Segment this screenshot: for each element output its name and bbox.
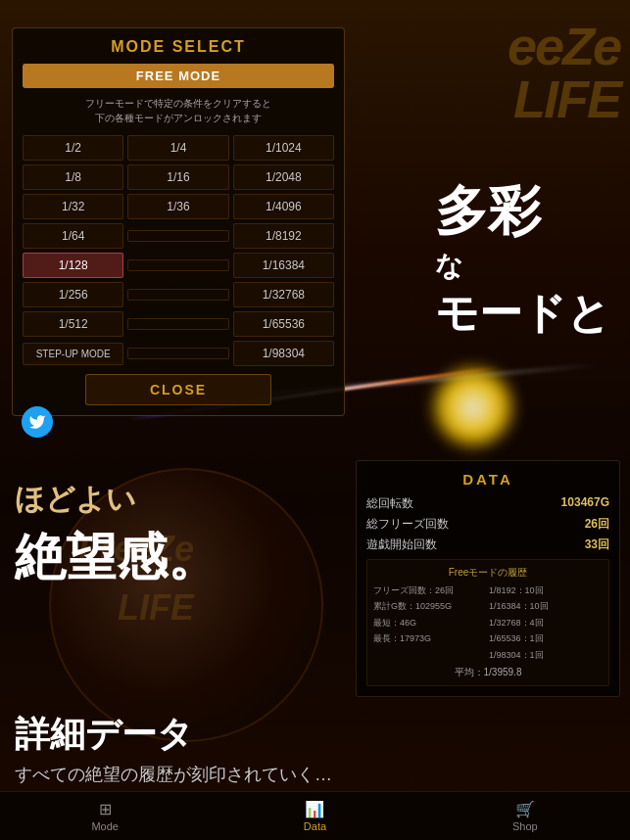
nav-label-shop: Shop bbox=[512, 820, 538, 832]
mode-row-1: 1/2 1/4 1/1024 bbox=[23, 135, 334, 161]
jp-overlay-right: 多彩な モードと bbox=[435, 176, 610, 343]
nav-item-shop[interactable]: 🛒 Shop bbox=[420, 794, 630, 838]
mode-cell-empty4 bbox=[127, 318, 228, 330]
mode-cell-16[interactable]: 1/16 bbox=[127, 164, 228, 190]
mode-cell-2048[interactable]: 1/2048 bbox=[233, 164, 334, 190]
mode-cell-64[interactable]: 1/64 bbox=[23, 223, 123, 249]
mode-cell-4096[interactable]: 1/4096 bbox=[233, 194, 334, 219]
bg-gold-text: eeZe LIFE bbox=[508, 20, 620, 125]
mode-row-2: 1/8 1/16 1/2048 bbox=[23, 164, 334, 190]
mode-cell-256[interactable]: 1/256 bbox=[23, 282, 123, 307]
mode-cell-32768[interactable]: 1/32768 bbox=[233, 282, 334, 307]
val-start-count: 33回 bbox=[585, 537, 609, 553]
val-freeze-count: 26回 bbox=[585, 516, 609, 533]
mode-cell-quarter[interactable]: 1/4 bbox=[127, 135, 228, 161]
mode-cell-half[interactable]: 1/2 bbox=[23, 135, 123, 161]
twitter-button[interactable] bbox=[22, 406, 53, 438]
history-item-3: 1/16384：10回 bbox=[489, 599, 603, 613]
data-row-freeze-count: 総フリーズ回数 26回 bbox=[366, 516, 609, 533]
jp-line1: 多彩 bbox=[435, 176, 610, 248]
freeze-watermark-2: LIFE bbox=[118, 587, 194, 629]
mode-icon: ⊞ bbox=[0, 800, 210, 818]
history-item-0: フリーズ回数：26回 bbox=[373, 583, 487, 597]
jp-left-line1: ほどよい bbox=[15, 480, 218, 520]
mode-cell-stepup[interactable]: STEP-UP MODE bbox=[23, 343, 123, 365]
mode-cell-empty2 bbox=[127, 259, 228, 271]
history-item-8 bbox=[373, 648, 487, 662]
history-grid: フリーズ回数：26回 1/8192：10回 累計G数：102955G 1/163… bbox=[373, 583, 603, 662]
mode-row-3: 1/32 1/36 1/4096 bbox=[23, 194, 334, 219]
history-item-9: 1/98304：1回 bbox=[489, 648, 603, 662]
mode-cell-512[interactable]: 1/512 bbox=[23, 311, 123, 337]
mode-cell-8192[interactable]: 1/8192 bbox=[233, 223, 334, 249]
history-item-1: 1/8192：10回 bbox=[489, 583, 603, 597]
mode-cell-98304[interactable]: 1/98304 bbox=[233, 341, 334, 366]
history-item-2: 累計G数：102955G bbox=[373, 599, 487, 613]
mode-cell-empty5 bbox=[127, 348, 228, 359]
bottom-sub-text: すべての絶望の履歴が刻印されていく… bbox=[15, 763, 615, 786]
label-freeze-count: 総フリーズ回数 bbox=[366, 516, 449, 533]
mode-cell-empty1 bbox=[127, 230, 228, 242]
bottom-main-text: 詳細データ bbox=[15, 711, 615, 759]
mode-cell-36[interactable]: 1/36 bbox=[127, 194, 228, 219]
mode-cell-1024[interactable]: 1/1024 bbox=[233, 135, 334, 161]
nav-label-mode: Mode bbox=[91, 820, 119, 832]
mode-cell-128[interactable]: 1/128 bbox=[23, 253, 123, 278]
unlock-text: フリーモードで特定の条件をクリアすると 下の各種モードがアンロックされます bbox=[23, 96, 334, 125]
val-total-spins: 103467G bbox=[561, 495, 609, 512]
close-button[interactable]: CLOSE bbox=[85, 374, 272, 405]
mode-row-8: STEP-UP MODE 1/98304 bbox=[23, 341, 334, 366]
mode-cell-16384[interactable]: 1/16384 bbox=[233, 253, 334, 278]
nav-item-mode[interactable]: ⊞ Mode bbox=[0, 794, 210, 838]
free-mode-button[interactable]: FREE MODE bbox=[23, 64, 334, 88]
history-item-4: 最短：46G bbox=[373, 616, 487, 630]
bottom-text-area: 詳細データ すべての絶望の履歴が刻印されていく… bbox=[0, 711, 630, 786]
mode-row-5: 1/128 1/16384 bbox=[23, 253, 334, 278]
mode-cell-empty3 bbox=[127, 289, 228, 301]
data-average: 平均：1/3959.8 bbox=[373, 666, 603, 679]
history-item-7: 1/65536：1回 bbox=[489, 631, 603, 645]
data-panel: DATA 総回転数 103467G 総フリーズ回数 26回 遊戯開始回数 33回… bbox=[356, 460, 620, 697]
mode-cell-65536[interactable]: 1/65536 bbox=[233, 311, 334, 337]
twitter-icon bbox=[28, 413, 46, 431]
label-total-spins: 総回転数 bbox=[366, 495, 413, 512]
jp-small: な bbox=[435, 251, 463, 281]
data-row-start-count: 遊戯開始回数 33回 bbox=[366, 537, 609, 553]
mode-cell-eighth[interactable]: 1/8 bbox=[23, 164, 123, 190]
data-row-total-spins: 総回転数 103467G bbox=[366, 495, 609, 512]
data-history-section: Freeモードの履歴 フリーズ回数：26回 1/8192：10回 累計G数：10… bbox=[366, 559, 609, 686]
panel-title: MODE SELECT bbox=[23, 38, 334, 56]
mode-select-panel: MODE SELECT FREE MODE フリーモードで特定の条件をクリアする… bbox=[12, 27, 345, 416]
history-item-6: 最長：17973G bbox=[373, 631, 487, 645]
mode-grid: 1/2 1/4 1/1024 1/8 1/16 1/2048 1/32 1/36… bbox=[23, 135, 334, 366]
shop-icon: 🛒 bbox=[420, 800, 630, 818]
jp-left-line2: 絶望感。 bbox=[15, 524, 218, 592]
label-start-count: 遊戯開始回数 bbox=[366, 537, 437, 553]
history-item-5: 1/32768：4回 bbox=[489, 616, 603, 630]
data-title: DATA bbox=[366, 471, 609, 488]
mode-row-6: 1/256 1/32768 bbox=[23, 282, 334, 307]
bottom-navigation: ⊞ Mode 📊 Data 🛒 Shop bbox=[0, 791, 630, 840]
data-icon: 📊 bbox=[210, 800, 419, 818]
mode-cell-32[interactable]: 1/32 bbox=[23, 194, 123, 219]
jp-line2: モードと bbox=[435, 285, 610, 343]
jp-overlay-left: ほどよい 絶望感。 bbox=[15, 480, 218, 592]
history-title: Freeモードの履歴 bbox=[373, 566, 603, 580]
mode-row-4: 1/64 1/8192 bbox=[23, 223, 334, 249]
nav-label-data: Data bbox=[304, 820, 326, 832]
mode-row-7: 1/512 1/65536 bbox=[23, 311, 334, 337]
nav-item-data[interactable]: 📊 Data bbox=[210, 794, 419, 838]
